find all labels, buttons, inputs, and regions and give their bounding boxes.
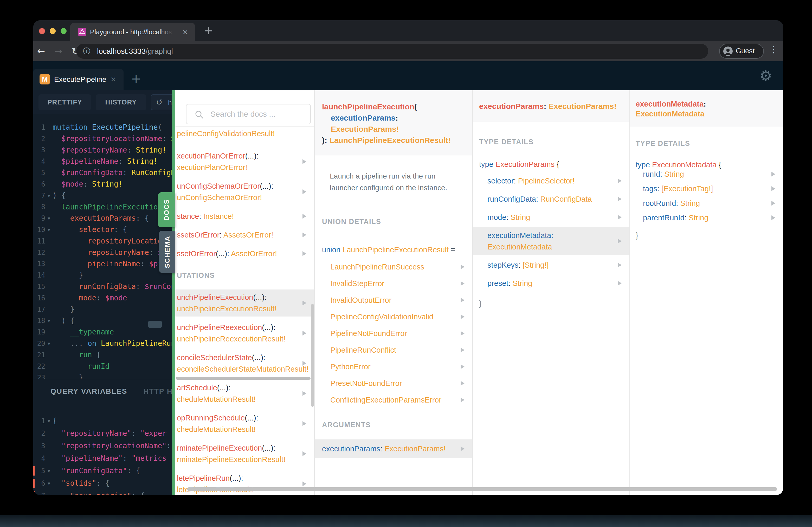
new-tab-button[interactable]: + bbox=[202, 25, 215, 37]
site-info-icon[interactable]: ⓘ bbox=[83, 44, 90, 59]
doc-entry[interactable]: artSchedule(...):cheduleMutationResult! bbox=[175, 380, 314, 407]
doc-entry[interactable]: letePipelineRun(...):letePipelineRunResu… bbox=[175, 470, 314, 495]
tab-http-headers[interactable]: HTTP HEADERS bbox=[143, 387, 172, 395]
token: tags bbox=[643, 184, 657, 193]
doc-entry-line: xecutionPlanOrError! bbox=[177, 162, 299, 173]
doc-entry[interactable]: tags: [ExecutionTag!] bbox=[630, 181, 783, 196]
doc-entry[interactable]: parentRunId: String bbox=[630, 210, 783, 225]
traffic-light-close[interactable] bbox=[39, 28, 45, 34]
doc-entry[interactable]: PythonError bbox=[315, 359, 472, 375]
token: runConfigData bbox=[488, 195, 536, 203]
doc-entry[interactable]: selector: PipelineSelector! bbox=[473, 172, 629, 189]
address-bar[interactable]: ⓘ localhost:3333/graphql bbox=[76, 44, 708, 59]
code-line: 8 launchPipelineExecution( bbox=[33, 201, 172, 213]
fold-arrow-icon[interactable]: ▾ bbox=[45, 480, 53, 486]
desktop-glow bbox=[0, 515, 812, 527]
doc-entry[interactable]: mode: String bbox=[473, 209, 629, 226]
endpoint-reload-icon[interactable]: ↺ bbox=[156, 94, 162, 110]
token bbox=[53, 237, 88, 245]
fold-arrow-icon[interactable]: ▾ bbox=[45, 318, 53, 324]
doc-entry[interactable]: PipelineRunConflict bbox=[315, 342, 472, 358]
line-number: 4 bbox=[33, 454, 45, 462]
doc-entry[interactable]: unchPipelineReexecution(...):unchPipelin… bbox=[175, 320, 314, 347]
token: rminatePipelineExecution bbox=[177, 444, 262, 452]
docs-side-tab[interactable]: DOCS bbox=[158, 192, 175, 227]
token bbox=[53, 203, 61, 211]
history-button[interactable]: HISTORY bbox=[96, 94, 146, 110]
token: type bbox=[479, 160, 493, 168]
doc-entry[interactable]: InvalidOutputError bbox=[315, 292, 472, 308]
chevron-right-icon bbox=[461, 348, 465, 352]
doc-entry[interactable]: executionMetadata:ExecutionMetadata bbox=[473, 227, 629, 255]
fold-arrow-icon[interactable]: ▾ bbox=[45, 193, 53, 199]
docs-divider-strip[interactable] bbox=[172, 90, 175, 495]
back-icon[interactable]: ← bbox=[35, 46, 47, 56]
doc-entry[interactable]: preset: String bbox=[473, 275, 629, 291]
fold-arrow-icon[interactable]: ▾ bbox=[45, 418, 53, 424]
token bbox=[53, 214, 70, 223]
search-input[interactable]: Search the docs ... bbox=[186, 104, 311, 124]
browser-toolbar: ← → ↻ ⓘ localhost:3333/graphql Guest ⋮ bbox=[33, 41, 783, 61]
traffic-light-zoom[interactable] bbox=[61, 28, 67, 34]
doc-entry[interactable]: unConfigSchemaOrError(...):unConfigSchem… bbox=[175, 178, 314, 205]
playground-session-tab[interactable]: M ExecutePipeline × bbox=[33, 69, 124, 90]
doc-entry[interactable]: rminatePipelineExecution(...):rminatePip… bbox=[175, 440, 314, 467]
profile-button[interactable]: Guest bbox=[719, 44, 764, 59]
doc-entry[interactable]: runConfigData: RunConfigData bbox=[473, 191, 629, 207]
token: : bbox=[543, 102, 548, 110]
traffic-light-minimize[interactable] bbox=[50, 28, 56, 34]
tab-query-variables[interactable]: QUERY VARIABLES bbox=[50, 387, 128, 395]
token: } bbox=[79, 271, 83, 280]
header-line: ): LaunchPipelineExecutionResult! bbox=[322, 135, 472, 146]
doc-entry[interactable]: xecutionPlanOrError(...):xecutionPlanOrE… bbox=[175, 148, 314, 175]
token: : bbox=[380, 445, 385, 453]
doc-entry[interactable]: executionParams: ExecutionParams! bbox=[315, 439, 472, 458]
variables-editor[interactable]: 1▾{2 "repositoryName": "exper3 "reposito… bbox=[33, 415, 172, 495]
doc-entry[interactable]: ConflictingExecutionParamsError bbox=[315, 392, 472, 408]
column1-vertical-scrollbar[interactable] bbox=[311, 304, 314, 407]
token: ExecutionParams bbox=[495, 160, 554, 168]
endpoint-input[interactable]: ↺ http://loc bbox=[151, 94, 172, 110]
doc-entry[interactable]: concileSchedulerState(...):econcileSched… bbox=[175, 350, 314, 377]
token: ConflictingExecutionParamsError bbox=[330, 396, 441, 404]
docs-horizontal-scrollbar[interactable] bbox=[187, 487, 777, 491]
doc-entry[interactable]: pelineConfigValidationResult! bbox=[175, 126, 314, 141]
union-details-header: UNION DETAILS bbox=[322, 216, 472, 227]
token: AssetsOrError! bbox=[223, 231, 273, 239]
doc-entry[interactable]: PipelineConfigValidationInvalid bbox=[315, 309, 472, 325]
line-number: 2 bbox=[33, 135, 45, 143]
doc-entry[interactable]: opRunningSchedule(...):cheduleMutationRe… bbox=[175, 410, 314, 437]
doc-entry[interactable]: ssetsOrError: AssetsOrError! bbox=[175, 227, 314, 243]
doc-entry[interactable]: ssetOrError(...): AssetOrError! bbox=[175, 246, 314, 261]
column1-horizontal-scrollbar[interactable] bbox=[176, 377, 310, 380]
doc-entry[interactable]: stepKeys: [String!] bbox=[473, 257, 629, 273]
doc-entry[interactable]: runId: String bbox=[630, 167, 783, 181]
doc-entry-line: executionMetadata: bbox=[488, 230, 614, 241]
fold-arrow-icon[interactable]: ▾ bbox=[45, 468, 53, 474]
forward-icon[interactable]: → bbox=[53, 46, 64, 56]
add-session-button[interactable]: + bbox=[131, 72, 141, 86]
close-session-icon[interactable]: × bbox=[110, 75, 116, 83]
doc-entry[interactable]: rootRunId: String bbox=[630, 196, 783, 210]
close-tab-icon[interactable]: × bbox=[181, 28, 189, 36]
schema-side-tab[interactable]: SCHEMA bbox=[159, 231, 175, 273]
doc-entry[interactable]: LaunchPipelineRunSuccess bbox=[315, 259, 472, 275]
doc-entry[interactable]: InvalidStepError bbox=[315, 276, 472, 291]
settings-gear-icon[interactable]: ⚙ bbox=[759, 67, 772, 84]
fold-arrow-icon[interactable]: ▾ bbox=[45, 227, 53, 233]
prettify-button[interactable]: PRETTIFY bbox=[39, 94, 91, 110]
search-icon bbox=[194, 110, 204, 120]
fold-arrow-icon[interactable]: ▾ bbox=[45, 493, 53, 495]
browser-tab[interactable]: Playground - http://localhost:3 × bbox=[70, 23, 195, 41]
doc-entry[interactable]: PipelineNotFoundError bbox=[315, 326, 472, 341]
browser-menu-icon[interactable]: ⋮ bbox=[769, 44, 778, 55]
doc-entry[interactable]: stance: Instance! bbox=[175, 208, 314, 224]
doc-entry[interactable]: PresetNotFoundError bbox=[315, 376, 472, 391]
fold-arrow-icon[interactable]: ▾ bbox=[45, 341, 53, 347]
fold-arrow-icon[interactable]: ▾ bbox=[45, 215, 53, 222]
token: : bbox=[118, 157, 123, 166]
header-line: executionParams: ExecutionParams! bbox=[479, 101, 629, 112]
doc-entry[interactable]: unchPipelineExecution(...):unchPipelineE… bbox=[175, 289, 314, 317]
query-editor[interactable]: 1mutation ExecutePipeline(2 $repositoryL… bbox=[33, 114, 172, 379]
line-number: 14 bbox=[33, 271, 45, 279]
